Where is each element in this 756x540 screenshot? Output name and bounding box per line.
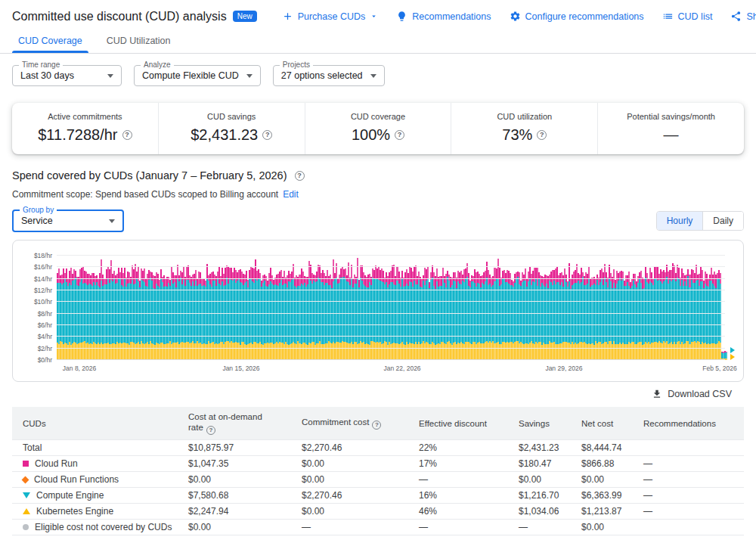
chart-bar[interactable]	[308, 256, 310, 360]
chart-bar[interactable]	[138, 256, 139, 360]
chart-bar[interactable]	[491, 256, 492, 360]
chart-bar[interactable]	[497, 256, 499, 360]
chart-bar[interactable]	[189, 256, 191, 360]
chart-bar[interactable]	[393, 256, 395, 360]
chart-bar[interactable]	[280, 256, 282, 360]
chart-bar[interactable]	[135, 256, 136, 360]
chart-bar[interactable]	[454, 256, 456, 360]
help-icon[interactable]: ?	[372, 421, 381, 430]
chart-bar[interactable]	[665, 256, 666, 360]
chart-bar[interactable]	[183, 256, 184, 360]
chart-bar[interactable]	[591, 256, 593, 360]
chart-bar[interactable]	[375, 256, 376, 360]
chart-bar[interactable]	[674, 256, 675, 360]
chart-bar[interactable]	[88, 256, 90, 360]
chart-bar[interactable]	[223, 256, 225, 360]
chart-bar[interactable]	[406, 256, 407, 360]
chart-bar[interactable]	[284, 256, 285, 360]
chart-bar[interactable]	[637, 256, 639, 360]
chart-bar[interactable]	[208, 256, 209, 360]
chart-bar[interactable]	[229, 256, 231, 360]
chart-bar[interactable]	[372, 256, 373, 360]
chart-bar[interactable]	[573, 256, 575, 360]
chart-bar[interactable]	[686, 256, 687, 360]
chart-bar[interactable]	[366, 256, 367, 360]
chart-bar[interactable]	[537, 256, 538, 360]
chart-bar[interactable]	[696, 256, 697, 360]
chart-bar[interactable]	[500, 256, 502, 360]
chart-bar[interactable]	[226, 256, 228, 360]
chart-bar[interactable]	[683, 256, 684, 360]
chart-bar[interactable]	[463, 256, 465, 360]
chart-bar[interactable]	[381, 256, 383, 360]
chart-bar[interactable]	[705, 256, 706, 360]
chart-bar[interactable]	[457, 256, 459, 360]
chart-bar[interactable]	[198, 256, 200, 360]
chart-bar[interactable]	[174, 256, 175, 360]
chart-bar[interactable]	[147, 256, 148, 360]
chart-bar[interactable]	[262, 256, 264, 360]
chart-bar[interactable]	[299, 256, 300, 360]
chart-bar[interactable]	[76, 256, 78, 360]
chart-bar[interactable]	[238, 256, 240, 360]
chart-bar[interactable]	[513, 256, 514, 360]
chart-bar[interactable]	[415, 256, 417, 360]
chart-bar[interactable]	[720, 256, 721, 360]
chart-bar[interactable]	[79, 256, 81, 360]
chart-bar[interactable]	[403, 256, 404, 360]
chart-bar[interactable]	[534, 256, 535, 360]
chart-bar[interactable]	[662, 256, 663, 360]
chart-bar[interactable]	[616, 256, 618, 360]
chart-bar[interactable]	[268, 256, 270, 360]
chart-bar[interactable]	[680, 256, 681, 360]
chart-bar[interactable]	[436, 256, 438, 360]
chart-bar[interactable]	[412, 256, 414, 360]
chart-bar[interactable]	[439, 256, 441, 360]
chart-bar[interactable]	[214, 256, 215, 360]
chart-bar[interactable]	[448, 256, 450, 360]
chart-bar[interactable]	[640, 256, 642, 360]
cud-list-button[interactable]: CUD list	[657, 7, 718, 26]
chart-bar[interactable]	[91, 256, 93, 360]
chart-bar[interactable]	[180, 256, 181, 360]
chart-bar[interactable]	[488, 256, 489, 360]
chart-bar[interactable]	[570, 256, 572, 360]
chart-bar[interactable]	[165, 256, 166, 360]
chart-bar[interactable]	[421, 256, 423, 360]
chart-bar[interactable]	[302, 256, 304, 360]
chart-bar[interactable]	[357, 256, 358, 360]
chart-bar[interactable]	[717, 256, 718, 360]
chart-bar[interactable]	[576, 256, 578, 360]
help-icon[interactable]: ?	[395, 130, 404, 140]
chart-bar[interactable]	[601, 256, 603, 360]
chart-bar[interactable]	[482, 256, 483, 360]
chart-bar[interactable]	[287, 256, 288, 360]
chart-bar[interactable]	[671, 256, 672, 360]
chart-bar[interactable]	[259, 256, 261, 360]
chart-bar[interactable]	[579, 256, 581, 360]
chart-bar[interactable]	[82, 256, 84, 360]
chart-bar[interactable]	[699, 256, 700, 360]
chart-bar[interactable]	[104, 256, 105, 360]
chart-bar[interactable]	[220, 256, 222, 360]
chart-bar[interactable]	[528, 256, 529, 360]
analyze-select[interactable]: Analyze Compute Flexible CUD	[134, 65, 261, 86]
chart-bar[interactable]	[430, 256, 432, 360]
chart-bar[interactable]	[519, 256, 520, 360]
chart-bar[interactable]	[345, 256, 346, 360]
chart-bar[interactable]	[107, 256, 109, 360]
chart-bar[interactable]	[433, 256, 435, 360]
chart-bar[interactable]	[318, 256, 319, 360]
chart-bar[interactable]	[201, 256, 203, 360]
projects-select[interactable]: Projects 27 options selected	[273, 65, 385, 86]
chart-bar[interactable]	[479, 256, 480, 360]
chart-bar[interactable]	[619, 256, 621, 360]
chart-bar[interactable]	[610, 256, 612, 360]
chart-bar[interactable]	[390, 256, 392, 360]
chart-bar[interactable]	[677, 256, 678, 360]
chart-bar[interactable]	[643, 256, 645, 360]
chart-bar[interactable]	[177, 256, 178, 360]
chart-bar[interactable]	[168, 256, 169, 360]
chart-bar[interactable]	[122, 256, 124, 360]
chart-bar[interactable]	[336, 256, 337, 360]
